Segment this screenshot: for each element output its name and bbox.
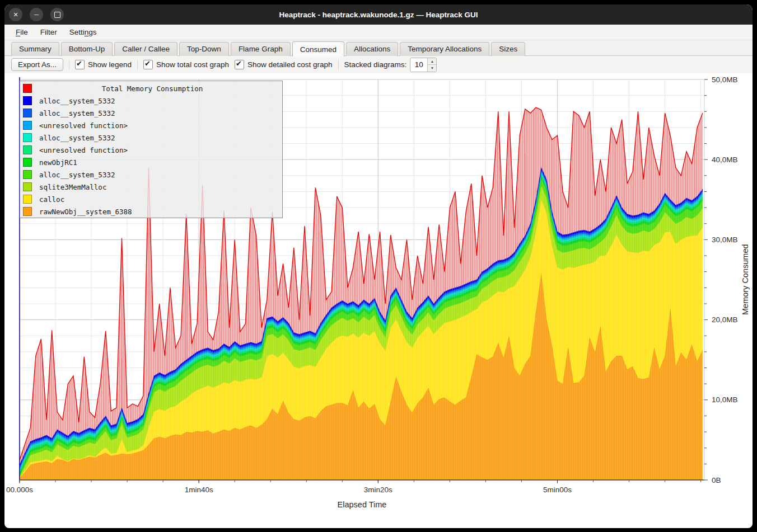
stepper-arrows[interactable]: ▲ ▼ [427,58,436,72]
toolbar-separator [338,59,339,70]
checkbox-show-detailed-cost-graph[interactable] [235,60,244,69]
legend-label: newObjRC1 [39,158,77,167]
legend-row: newObjRC1 [20,156,282,168]
svg-text:10,0MB: 10,0MB [712,396,738,404]
tab-summary[interactable]: Summary [11,42,59,56]
menu-bar: File Filter Settings [4,25,753,40]
svg-text:30,0MB: 30,0MB [712,236,738,244]
legend-swatch [23,195,32,204]
legend-row: sqlite3MemMalloc [20,181,282,193]
stacked-diagrams-stepper[interactable]: 10 ▲ ▼ [410,58,437,72]
title-bar: ✕ ─ Heaptrack - heaptrack.wakunode.1.gz … [4,4,753,25]
tab-caller-callee[interactable]: Caller / Callee [114,42,177,56]
svg-text:5min00s: 5min00s [543,486,572,494]
legend-label-total: Total Memory Consumption [39,84,265,93]
legend-row: alloc__system_5332 [20,95,282,107]
legend-swatch [23,207,32,216]
menu-file[interactable]: File [10,26,34,38]
menu-settings[interactable]: Settings [64,26,102,38]
chart-legend: Total Memory Consumption alloc__system_5… [20,81,283,218]
tab-sizes[interactable]: Sizes [491,42,525,56]
legend-label: alloc__system_5332 [39,109,115,117]
window-title: Heaptrack - heaptrack.wakunode.1.gz — He… [4,11,753,19]
svg-text:1min40s: 1min40s [185,486,213,494]
legend-row: <unresolved function> [20,119,282,131]
legend-label: alloc__system_5332 [39,134,115,142]
stacked-diagrams-value[interactable]: 10 [410,58,427,72]
svg-text:0B: 0B [712,476,721,484]
memory-consumption-chart: 00.000s1min40s3min20s5min00s0B10,0MB20,0… [4,73,753,524]
heaptrack-window: ✕ ─ Heaptrack - heaptrack.wakunode.1.gz … [4,4,753,528]
tab-consumed[interactable]: Consumed [292,41,344,57]
svg-text:3min20s: 3min20s [364,486,392,494]
tab-top-down[interactable]: Top-Down [179,42,229,56]
toolbar: Export As... Show legend Show total cost… [4,56,753,73]
legend-row: rawNewObj__system_6388 [20,205,282,218]
toolbar-separator [137,59,138,70]
tab-allocations[interactable]: Allocations [346,42,398,56]
svg-text:00.000s: 00.000s [6,486,33,494]
legend-label: <unresolved function> [39,146,128,154]
legend-swatch [23,109,32,117]
legend-label: sqlite3MemMalloc [39,183,106,191]
tab-bar: Summary Bottom-Up Caller / Callee Top-Do… [4,40,753,56]
legend-row: calloc [20,193,282,205]
legend-swatch [23,96,32,105]
stepper-down-icon[interactable]: ▼ [428,65,436,72]
legend-swatch-total [23,84,32,93]
svg-text:20,0MB: 20,0MB [712,316,738,324]
x-axis-title: Elapsed Time [20,500,704,509]
legend-swatch [23,182,32,191]
legend-swatch [23,133,32,142]
svg-text:50,0MB: 50,0MB [712,76,738,84]
checkbox-show-legend[interactable] [75,60,85,69]
legend-row: alloc__system_5332 [20,107,282,119]
legend-swatch [23,158,32,167]
tab-bottom-up[interactable]: Bottom-Up [61,42,113,56]
legend-row: alloc__system_5332 [20,168,282,181]
svg-text:40,0MB: 40,0MB [712,156,738,164]
menu-filter[interactable]: Filter [35,26,63,38]
legend-row: alloc__system_5332 [20,131,282,144]
legend-label: alloc__system_5332 [39,97,115,105]
checkbox-show-legend-label[interactable]: Show legend [88,60,132,69]
legend-label: <unresolved function> [39,121,128,130]
export-as-button[interactable]: Export As... [11,58,63,71]
legend-label: calloc [39,195,64,204]
legend-swatch [23,170,32,179]
legend-swatch [23,145,32,154]
legend-label: alloc__system_5332 [39,171,115,179]
legend-row-total: Total Memory Consumption [20,82,282,95]
toolbar-separator [69,59,69,70]
checkbox-show-total-cost-graph-label[interactable]: Show total cost graph [156,60,229,69]
checkbox-show-detailed-cost-graph-label[interactable]: Show detailed cost graph [247,60,333,69]
y-axis-title: Memory Consumed [739,140,751,420]
legend-row: <unresolved function> [20,144,282,156]
tab-temporary-allocations[interactable]: Temporary Allocations [400,42,489,56]
legend-swatch [23,121,32,130]
stacked-diagrams-label: Stacked diagrams: [344,60,407,69]
checkbox-show-total-cost-graph[interactable] [143,60,153,69]
stepper-up-icon[interactable]: ▲ [428,58,436,65]
legend-label: rawNewObj__system_6388 [39,208,132,216]
tab-flame-graph[interactable]: Flame Graph [231,42,291,56]
